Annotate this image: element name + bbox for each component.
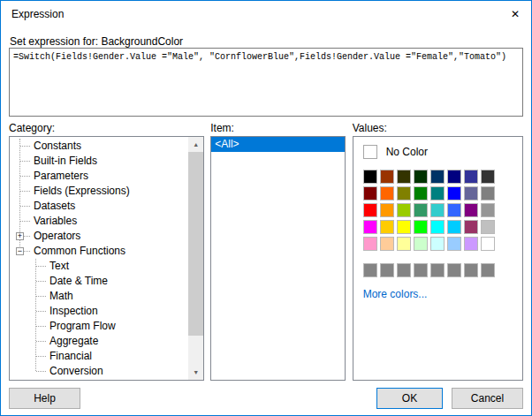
custom-color-slot-7[interactable] <box>464 263 478 277</box>
category-item-inspection[interactable]: Inspection <box>10 304 188 319</box>
more-colors-link[interactable]: More colors... <box>363 288 428 300</box>
category-item-label: Math <box>49 290 73 302</box>
category-item-conversion[interactable]: Conversion <box>10 364 188 379</box>
color-swatch-333300[interactable] <box>397 170 411 184</box>
item-label: Item: <box>210 122 345 134</box>
custom-color-slot-8[interactable] <box>481 263 495 277</box>
category-item-label: Text <box>49 260 69 272</box>
expression-editor[interactable]: =Switch(Fields!Gender.Value ="Male", "Co… <box>9 48 523 117</box>
values-content: No Color More colors... <box>353 137 522 309</box>
color-swatch-99cc00[interactable] <box>397 203 411 217</box>
category-item-label: Built-in Fields <box>34 155 97 167</box>
color-swatch-0000ff[interactable] <box>447 186 461 200</box>
custom-color-slot-3[interactable] <box>397 263 411 277</box>
color-swatch-000000[interactable] <box>363 170 377 184</box>
color-swatch-3366ff[interactable] <box>447 203 461 217</box>
color-swatch-ff99cc[interactable] <box>363 237 377 251</box>
color-swatch-ffff99[interactable] <box>397 237 411 251</box>
values-label: Values: <box>353 122 523 134</box>
no-color-swatch[interactable] <box>363 145 377 159</box>
color-swatch-00ffff[interactable] <box>430 220 445 234</box>
color-swatch-003366[interactable] <box>430 170 445 184</box>
scroll-down-icon[interactable]: ▼ <box>188 365 203 380</box>
color-swatch-333399[interactable] <box>464 170 478 184</box>
category-item-financial[interactable]: Financial <box>10 349 188 364</box>
no-color-option[interactable]: No Color <box>363 145 513 159</box>
title-bar[interactable]: Expression ✕ <box>1 1 531 27</box>
color-swatch-ff6600[interactable] <box>380 186 394 200</box>
color-swatch-808000[interactable] <box>397 186 411 200</box>
expand-icon[interactable]: + <box>16 232 24 240</box>
category-item-parameters[interactable]: Parameters <box>10 169 188 184</box>
category-scrollbar[interactable]: ▲ ▼ <box>188 137 203 380</box>
color-swatch-ccffcc[interactable] <box>414 237 428 251</box>
category-item-label: Conversion <box>49 365 103 377</box>
values-panel: No Color More colors... <box>353 136 523 381</box>
category-item-text[interactable]: Text <box>10 259 188 274</box>
item-column: Item: <All> <box>210 122 345 381</box>
color-swatch-99ccff[interactable] <box>447 237 461 251</box>
color-swatch-969696[interactable] <box>481 203 495 217</box>
color-swatch-ff00ff[interactable] <box>363 220 377 234</box>
custom-color-slot-2[interactable] <box>380 263 394 277</box>
category-item-datasets[interactable]: Datasets <box>10 199 188 214</box>
category-item-label: Operators <box>34 230 80 242</box>
color-swatch-008080[interactable] <box>430 186 445 200</box>
cancel-button[interactable]: Cancel <box>452 388 523 409</box>
color-swatch-ccffff[interactable] <box>430 237 445 251</box>
color-swatch-00ccff[interactable] <box>447 220 461 234</box>
item-entry[interactable]: <All> <box>211 137 344 152</box>
category-item-operators[interactable]: +Operators <box>10 229 188 244</box>
category-item-math[interactable]: Math <box>10 289 188 304</box>
help-button[interactable]: Help <box>9 388 80 409</box>
dialog-body: Set expression for: BackgroundColor =Swi… <box>1 35 531 409</box>
color-swatch-ffff00[interactable] <box>397 220 411 234</box>
color-swatch-993300[interactable] <box>380 170 394 184</box>
category-item-date-time[interactable]: Date & Time <box>10 274 188 289</box>
color-swatch-ffcc00[interactable] <box>380 220 394 234</box>
color-swatch-666699[interactable] <box>464 186 478 200</box>
color-swatch-cc99ff[interactable] <box>464 237 478 251</box>
close-icon[interactable]: ✕ <box>499 1 531 27</box>
set-expression-label: Set expression for: BackgroundColor <box>10 35 523 48</box>
category-item-label: Date & Time <box>49 275 108 287</box>
color-swatch-33cccc[interactable] <box>430 203 445 217</box>
custom-color-slot-5[interactable] <box>430 263 445 277</box>
color-swatch-ffffff[interactable] <box>481 237 495 251</box>
scrollbar-thumb[interactable] <box>188 152 203 336</box>
category-item-built-in-fields[interactable]: Built-in Fields <box>10 154 188 169</box>
ok-button[interactable]: OK <box>376 388 443 409</box>
item-list: <All> <box>211 137 344 380</box>
color-swatch-993366[interactable] <box>464 220 478 234</box>
color-swatch-00ff00[interactable] <box>414 220 428 234</box>
custom-color-slot-6[interactable] <box>447 263 461 277</box>
color-swatch-ffcc99[interactable] <box>380 237 394 251</box>
color-swatch-c0c0c0[interactable] <box>481 220 495 234</box>
custom-color-slot-4[interactable] <box>414 263 428 277</box>
custom-color-slot-1[interactable] <box>363 263 377 277</box>
collapse-icon[interactable]: − <box>16 247 24 255</box>
color-swatch-800000[interactable] <box>363 186 377 200</box>
category-item-variables[interactable]: Variables <box>10 214 188 229</box>
color-swatch-000080[interactable] <box>447 170 461 184</box>
category-item-program-flow[interactable]: Program Flow <box>10 319 188 334</box>
category-item-constants[interactable]: Constants <box>10 139 188 154</box>
category-item-aggregate[interactable]: Aggregate <box>10 334 188 349</box>
color-swatch-333333[interactable] <box>481 170 495 184</box>
color-swatch-808080[interactable] <box>481 186 495 200</box>
category-item-label: Inspection <box>49 305 98 317</box>
expression-dialog: Expression ✕ Set expression for: Backgro… <box>0 0 532 416</box>
scroll-up-icon[interactable]: ▲ <box>188 137 203 152</box>
custom-color-row <box>363 263 513 277</box>
color-swatch-008000[interactable] <box>414 186 428 200</box>
category-item-label: Parameters <box>34 170 88 182</box>
category-item-fields-expressions[interactable]: Fields (Expressions) <box>10 184 188 199</box>
color-swatch-ff9900[interactable] <box>380 203 394 217</box>
color-swatch-800080[interactable] <box>464 203 478 217</box>
category-item-label: Common Functions <box>34 245 125 257</box>
color-swatch-003300[interactable] <box>414 170 428 184</box>
color-swatch-ff0000[interactable] <box>363 203 377 217</box>
category-item-common-functions[interactable]: −Common Functions <box>10 244 188 259</box>
color-swatch-339966[interactable] <box>414 203 428 217</box>
window-title: Expression <box>1 8 64 20</box>
